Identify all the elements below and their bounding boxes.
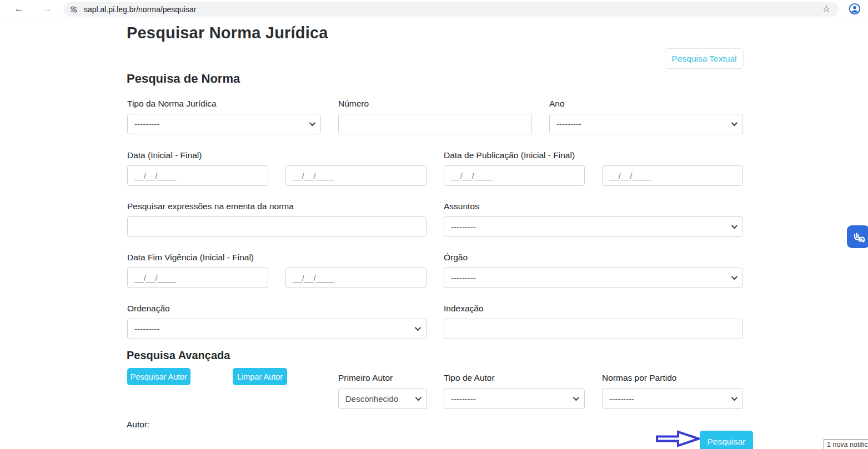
profile-icon[interactable] bbox=[849, 3, 861, 15]
numero-label: Número bbox=[338, 99, 532, 109]
forward-icon: → bbox=[41, 2, 54, 16]
data-inicial-input[interactable] bbox=[127, 165, 268, 186]
chevron-down-icon bbox=[415, 395, 422, 401]
browser-toolbar: ← → sapl.al.pi.leg.br/norma/pesquisar ☆ bbox=[0, 0, 868, 18]
notification-tooltip: 1 nova notificação bbox=[824, 439, 868, 449]
advanced-section-title: Pesquisa Avançada bbox=[127, 349, 230, 362]
orgao-select[interactable]: --------- bbox=[444, 268, 743, 288]
field-normas-partido: Normas por Partido --------- bbox=[602, 373, 743, 409]
normas-partido-label: Normas por Partido bbox=[602, 373, 743, 383]
field-ementa: Pesquisar expressões na ementa da norma bbox=[127, 201, 427, 237]
field-data-publicacao: Data de Publicação (Inicial - Final) bbox=[444, 150, 743, 186]
field-assuntos: Assuntos --------- bbox=[444, 201, 743, 237]
indexacao-label: Indexação bbox=[444, 304, 743, 314]
field-tipo-norma: Tipo da Norma Jurídica --------- bbox=[127, 99, 321, 134]
assuntos-value: --------- bbox=[451, 222, 476, 231]
highlight-arrow-icon bbox=[655, 430, 701, 448]
assuntos-label: Assuntos bbox=[444, 201, 743, 211]
field-data: Data (Inicial - Final) bbox=[127, 150, 427, 186]
field-primeiro-autor: Primeiro Autor Desconhecido bbox=[338, 373, 427, 409]
tipo-norma-label: Tipo da Norma Jurídica bbox=[127, 99, 321, 109]
data-label: Data (Inicial - Final) bbox=[127, 150, 427, 160]
normas-partido-select[interactable]: --------- bbox=[602, 389, 743, 409]
field-numero: Número bbox=[338, 99, 532, 134]
pesquisar-autor-button[interactable]: Pesquisar Autor bbox=[127, 368, 190, 385]
chevron-down-icon bbox=[309, 120, 315, 126]
pesquisa-textual-button[interactable]: Pesquisa Textual bbox=[665, 48, 744, 69]
data-final-input[interactable] bbox=[285, 165, 427, 186]
tipo-norma-value: --------- bbox=[134, 119, 159, 129]
vigencia-final-input[interactable] bbox=[285, 268, 427, 288]
ano-select[interactable]: --------- bbox=[549, 114, 743, 134]
primeiro-autor-value: Desconhecido bbox=[345, 394, 398, 403]
data-publicacao-label: Data de Publicação (Inicial - Final) bbox=[444, 150, 743, 160]
tipo-autor-label: Tipo de Autor bbox=[444, 373, 585, 383]
field-ano: Ano --------- bbox=[549, 99, 743, 134]
back-icon[interactable]: ← bbox=[12, 2, 26, 16]
tipo-norma-select[interactable]: --------- bbox=[127, 114, 321, 134]
assuntos-select[interactable]: --------- bbox=[444, 216, 743, 237]
ano-label: Ano bbox=[549, 99, 743, 109]
data-publicacao-final-input[interactable] bbox=[602, 165, 743, 186]
orgao-value: --------- bbox=[451, 273, 476, 282]
page-title: Pesquisar Norma Jurídica bbox=[127, 24, 328, 42]
data-fim-vigencia-label: Data Fim Vigência (Inicial - Final) bbox=[127, 253, 427, 263]
vigencia-inicial-input[interactable] bbox=[127, 268, 268, 288]
autor-label: Autor: bbox=[127, 420, 149, 430]
ordenacao-label: Ordenação bbox=[127, 304, 427, 314]
bookmark-star-icon[interactable]: ☆ bbox=[820, 3, 832, 15]
chevron-down-icon bbox=[731, 274, 737, 280]
normas-partido-value: --------- bbox=[609, 394, 634, 403]
pesquisar-button[interactable]: Pesquisar bbox=[700, 431, 753, 449]
ementa-input[interactable] bbox=[127, 216, 427, 237]
chevron-down-icon bbox=[731, 120, 737, 126]
url-bar[interactable]: sapl.al.pi.leg.br/norma/pesquisar bbox=[63, 2, 839, 17]
ordenacao-select[interactable]: --------- bbox=[127, 319, 427, 339]
tipo-autor-value: --------- bbox=[451, 394, 476, 403]
numero-input[interactable] bbox=[338, 114, 532, 134]
indexacao-input[interactable] bbox=[444, 319, 743, 339]
chevron-down-icon bbox=[731, 223, 737, 229]
field-indexacao: Indexação bbox=[444, 304, 743, 339]
primeiro-autor-select[interactable]: Desconhecido bbox=[338, 389, 427, 409]
site-settings-icon[interactable] bbox=[69, 4, 79, 14]
hand-talk-libras-icon[interactable] bbox=[847, 225, 868, 248]
field-ordenacao: Ordenação --------- bbox=[127, 304, 427, 339]
limpar-autor-button[interactable]: Limpar Autor bbox=[233, 368, 287, 385]
data-publicacao-inicial-input[interactable] bbox=[444, 165, 585, 186]
url-text: sapl.al.pi.leg.br/norma/pesquisar bbox=[84, 5, 196, 14]
tipo-autor-select[interactable]: --------- bbox=[444, 389, 585, 409]
section-title: Pesquisa de Norma bbox=[127, 72, 240, 86]
chevron-down-icon bbox=[731, 395, 737, 401]
ementa-label: Pesquisar expressões na ementa da norma bbox=[127, 201, 427, 211]
field-tipo-autor: Tipo de Autor --------- bbox=[444, 373, 585, 409]
field-orgao: Órgão --------- bbox=[444, 253, 743, 288]
ano-value: --------- bbox=[556, 119, 581, 129]
primeiro-autor-label: Primeiro Autor bbox=[338, 373, 427, 383]
ordenacao-value: --------- bbox=[134, 324, 159, 334]
chevron-down-icon bbox=[573, 395, 579, 401]
field-data-fim-vigencia: Data Fim Vigência (Inicial - Final) bbox=[127, 253, 427, 288]
orgao-label: Órgão bbox=[444, 253, 743, 263]
chevron-down-icon bbox=[415, 325, 421, 331]
